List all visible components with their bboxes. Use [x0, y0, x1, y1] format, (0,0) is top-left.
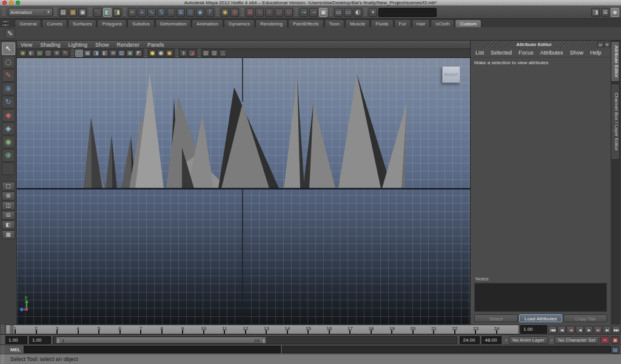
paint-select-tool[interactable]: ✎ — [2, 69, 15, 82]
ae-menu-focus[interactable]: Focus — [519, 50, 534, 56]
flat-shade-mode-icon[interactable]: ◧ — [101, 50, 109, 57]
panel-menu-show[interactable]: Show — [95, 42, 109, 48]
shelf-tab-subdivs[interactable]: Subdivs — [127, 19, 154, 27]
construction-history-icon[interactable]: ▣ — [319, 8, 327, 17]
character-set-dropdown[interactable]: No Character Set — [554, 336, 599, 344]
make-live-icon[interactable]: ∪ — [284, 8, 293, 17]
snap-mode-icon[interactable]: ≈ — [128, 8, 136, 17]
step-forward-one-key-button[interactable]: ▶| — [603, 326, 611, 334]
go-to-playback-start-button[interactable]: |◀◀ — [548, 326, 557, 334]
shadows-toggle-icon[interactable]: ◗ — [180, 50, 187, 57]
shelf-tab-deformation[interactable]: Deformation — [155, 19, 192, 27]
close-panel-icon[interactable]: × — [604, 42, 610, 47]
highlight-selection-icon[interactable]: ◎ — [230, 8, 239, 17]
drag-handle[interactable] — [1, 336, 4, 345]
step-back-one-frame-button[interactable]: |◀ — [566, 326, 575, 334]
image-plane-icon[interactable]: ◫ — [44, 50, 52, 57]
flat-lighting-icon[interactable]: ● — [166, 50, 173, 57]
peak-2-right[interactable] — [112, 135, 117, 188]
animation-end-field[interactable]: 48.00 — [482, 336, 502, 344]
layout-hypershade-persp[interactable]: ◧ — [2, 220, 15, 230]
open-scene-icon[interactable]: ▦ — [69, 8, 77, 17]
render-settings-icon[interactable]: ◐ — [354, 8, 362, 17]
isolate-select-icon[interactable]: ◪ — [188, 50, 196, 57]
shelf-tab-curves[interactable]: Curves — [42, 19, 67, 27]
range-slider-trough[interactable]: 1 24 — [53, 336, 457, 344]
shelf-tab-ncloth[interactable]: nCloth — [431, 19, 454, 27]
animation-preferences-button[interactable]: ▣ — [611, 336, 620, 344]
2d-pan-zoom-icon[interactable]: ⊕ — [53, 50, 61, 57]
snap-to-curves-icon[interactable]: ∿ — [255, 8, 264, 17]
auto-keyframe-toggle[interactable]: ≡ — [600, 336, 609, 344]
shelf-tab-dynamics[interactable]: Dynamics — [224, 19, 255, 27]
playback-start-field[interactable]: 1.00 — [29, 336, 51, 344]
playback-end-field[interactable]: 24.00 — [460, 336, 480, 344]
snap-to-grids-icon[interactable]: ⊞ — [246, 8, 254, 17]
go-to-playback-end-button[interactable]: ▶▶| — [612, 326, 620, 334]
input-field-mode-icon[interactable]: ▾ — [369, 8, 377, 17]
chevron-down-icon[interactable]: ▽ — [505, 338, 508, 342]
drag-handle[interactable] — [1, 345, 4, 354]
layout-persp-graph[interactable]: ⊟ — [2, 211, 15, 220]
peak-2-left[interactable] — [106, 135, 112, 188]
use-default-material-icon[interactable]: ▣ — [126, 50, 134, 57]
grease-pencil-icon[interactable]: ✎ — [61, 50, 69, 57]
move-tool[interactable]: ⊕ — [2, 82, 15, 95]
select-camera-icon[interactable]: ◉ — [19, 50, 27, 57]
shelf-tab-muscle[interactable]: Muscle — [345, 19, 370, 27]
layout-single-pane[interactable]: □ — [2, 182, 15, 191]
drag-handle[interactable] — [71, 49, 74, 58]
custom-shelf-item[interactable]: ✎ — [5, 28, 15, 39]
drag-handle[interactable] — [175, 49, 178, 58]
toggle-tool-settings[interactable]: ⊞ — [601, 8, 609, 17]
lock-selection-icon[interactable]: ◉ — [221, 8, 229, 17]
chevron-down-icon[interactable]: ▽ — [551, 338, 554, 342]
mask-deformations-icon[interactable]: ⊞ — [176, 8, 185, 17]
save-scene-icon[interactable]: ▣ — [78, 8, 87, 17]
animation-start-field[interactable]: 1.00 — [5, 336, 27, 344]
plugin-shapes-icon[interactable]: △ — [219, 50, 227, 57]
drag-handle[interactable] — [144, 49, 147, 58]
mask-surfaces-icon[interactable]: ∷ — [167, 8, 175, 17]
drag-handle[interactable] — [216, 8, 219, 17]
ipr-render-icon[interactable]: ▭ — [344, 8, 352, 17]
select-by-component-icon[interactable]: ◨ — [113, 8, 121, 17]
select-by-object-icon[interactable]: ◧ — [103, 8, 112, 17]
scale-tool[interactable]: ◆ — [2, 109, 15, 122]
drag-handle[interactable] — [1, 325, 4, 334]
last-tool-used[interactable] — [2, 162, 15, 175]
output-connections-icon[interactable]: → — [309, 8, 318, 17]
drag-handle[interactable] — [198, 49, 201, 58]
step-back-one-key-button[interactable]: |◀ — [557, 326, 566, 334]
toggle-attribute-editor[interactable]: ◨ — [591, 8, 600, 17]
use-all-lights-icon[interactable]: ● — [149, 50, 156, 57]
mask-joints-icon[interactable]: ∿ — [147, 8, 156, 17]
drag-handle[interactable] — [295, 8, 298, 17]
drag-handle[interactable] — [123, 8, 126, 17]
textured-mode-icon[interactable]: ▨ — [118, 50, 126, 57]
show-manipulator-tool[interactable]: ⊕ — [2, 149, 15, 162]
panel-menu-view[interactable]: View — [21, 42, 32, 48]
lasso-select-tool[interactable]: ◌ — [2, 56, 15, 68]
ae-menu-selected[interactable]: Selected — [491, 50, 512, 56]
panel-menu-renderer[interactable]: Renderer — [116, 42, 139, 48]
universal-manipulator[interactable]: ◈ — [2, 122, 15, 135]
shelf-tab-fur[interactable]: Fur — [394, 19, 411, 27]
panel-menu-lighting[interactable]: Lighting — [68, 42, 87, 48]
copy-tab-button[interactable]: Copy Tab — [563, 314, 607, 322]
snap-to-points-icon[interactable]: ∙ — [265, 8, 274, 17]
peak-10[interactable] — [309, 102, 335, 188]
new-scene-icon[interactable]: ▤ — [59, 8, 67, 17]
anim-layer-dropdown[interactable]: No Anim Layer — [509, 336, 548, 344]
wireframe-mode-icon[interactable]: □ — [75, 50, 83, 57]
shelf-tab-general[interactable]: General — [15, 19, 41, 27]
select-by-hierarchy-icon[interactable]: ⋱ — [93, 8, 102, 17]
bounding-box-mode-icon[interactable]: ⊠ — [109, 50, 117, 57]
scene-geometry[interactable] — [17, 58, 471, 325]
drag-handle[interactable] — [364, 8, 367, 17]
shelf-menu-button[interactable]: ▼ — [1, 24, 10, 27]
shelf-tab-polygons[interactable]: Polygons — [97, 19, 127, 27]
shelf-tab-animation[interactable]: Animation — [192, 19, 223, 27]
current-time-marker[interactable] — [10, 325, 13, 334]
side-tab-channel-box-layer-editor[interactable]: Channel Box / Layer Editor — [611, 84, 620, 160]
